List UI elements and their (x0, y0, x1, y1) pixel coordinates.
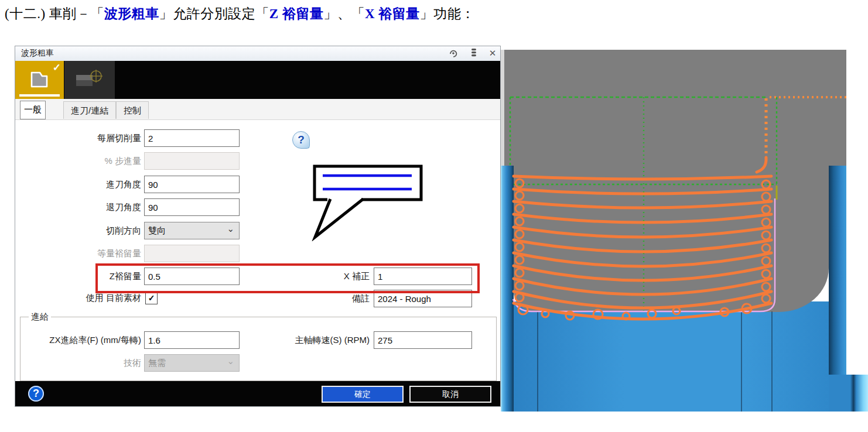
dialog-ribbon: ✓ (15, 61, 500, 99)
select-cut-direction-value: 雙向 (148, 225, 166, 235)
dialog-titlebar: 波形粗車 ✕ (15, 46, 500, 61)
3d-simulation-viewport[interactable] (501, 50, 868, 412)
use-current-stock-checkbox[interactable]: ✓ (145, 292, 158, 304)
label-zx-feedrate: ZX進給率(F) (mm/每轉) (18, 331, 141, 349)
page-heading: (十二.) 車削－「波形粗車」允許分別設定「Z 裕留量」、「X 裕留量」功能： (5, 5, 649, 23)
input-cut-per-layer[interactable] (144, 129, 240, 147)
input-spindle-speed[interactable] (374, 331, 472, 349)
input-zx-feedrate[interactable] (144, 331, 240, 349)
chevron-down-icon: ⌄ (227, 221, 234, 237)
geometry-page-tile-selected[interactable]: ✓ (15, 61, 64, 99)
input-step-percent (144, 152, 240, 170)
pin-icon[interactable] (447, 48, 460, 59)
label-z-allowance: Z裕留量 (21, 268, 141, 285)
label-x-compensation: X 補正 (296, 268, 370, 285)
check-icon: ✓ (53, 61, 61, 74)
part-left-wall (501, 166, 514, 412)
document-icon (28, 69, 50, 90)
dialog-title: 波形粗車 (21, 48, 54, 59)
input-lead-in-angle[interactable] (144, 176, 240, 193)
part-edge-line (537, 311, 538, 412)
heading-keyword-wave-rough: 波形粗車 (104, 6, 159, 21)
label-note: 備註 (296, 290, 370, 307)
heading-text: (十二.) 車削－「 (5, 6, 104, 21)
selected-underline (19, 94, 60, 97)
label-cut-direction: 切削方向 (21, 222, 141, 239)
cancel-button[interactable]: 取消 (409, 386, 491, 403)
ok-button[interactable]: 確定 (322, 386, 404, 403)
close-icon[interactable]: ✕ (486, 48, 499, 59)
select-technology: 無需 ⌄ (144, 354, 240, 372)
help-balloon-icon[interactable]: ? (292, 131, 310, 149)
tab-general[interactable]: 一般 (20, 101, 46, 119)
input-z-allowance[interactable] (144, 268, 240, 285)
options-menu-icon[interactable] (467, 48, 480, 59)
label-technology: 技術 (21, 354, 141, 372)
input-x-compensation[interactable] (374, 268, 472, 285)
part-bottom-flange (829, 375, 868, 412)
part-edge-line (741, 311, 742, 412)
tab-strip: 一般 進刀/連結 控制 (15, 99, 500, 120)
input-note[interactable] (374, 290, 472, 307)
chevron-down-icon: ⌄ (227, 353, 234, 369)
input-lead-out-angle[interactable] (144, 198, 240, 216)
label-use-current-stock: 使用 目前素材 (21, 289, 141, 307)
wave-rough-turning-dialog: 波形粗車 ✕ ✓ 一般 進刀/連結 控制 (15, 46, 501, 407)
tool-icon (75, 69, 105, 91)
stock-pocket-block (514, 166, 829, 312)
input-equal-allowance (144, 245, 240, 262)
label-spindle-speed: 主軸轉速(S) (RPM) (238, 331, 370, 349)
heading-keyword-x-allowance: X 裕留量 (365, 6, 420, 21)
select-cut-direction[interactable]: 雙向 ⌄ (144, 222, 240, 239)
tool-tile[interactable] (64, 61, 115, 99)
label-lead-in-angle: 進刀角度 (21, 176, 141, 193)
help-icon[interactable]: ? (28, 386, 44, 402)
part-edge-line (771, 311, 773, 412)
label-cut-per-layer: 每層切削量 (21, 129, 141, 147)
select-technology-value: 無需 (148, 358, 166, 368)
label-lead-out-angle: 退刀角度 (21, 198, 141, 216)
dialog-button-bar: ? 確定 取消 (15, 381, 500, 406)
checkmark-icon: ✓ (148, 293, 155, 303)
tab-control[interactable]: 控制 (116, 101, 149, 119)
label-step-percent: % 步進量 (21, 152, 141, 170)
tab-lead-link[interactable]: 進刀/連結 (63, 101, 116, 119)
heading-keyword-z-allowance: Z 裕留量 (269, 6, 324, 21)
feed-group-title: 進給 (29, 311, 51, 323)
label-equal-allowance: 等量裕留量 (21, 245, 141, 262)
part-bottom-block (514, 301, 829, 412)
annotation-speech-bubble (311, 160, 428, 241)
stock-top-block (504, 50, 846, 166)
